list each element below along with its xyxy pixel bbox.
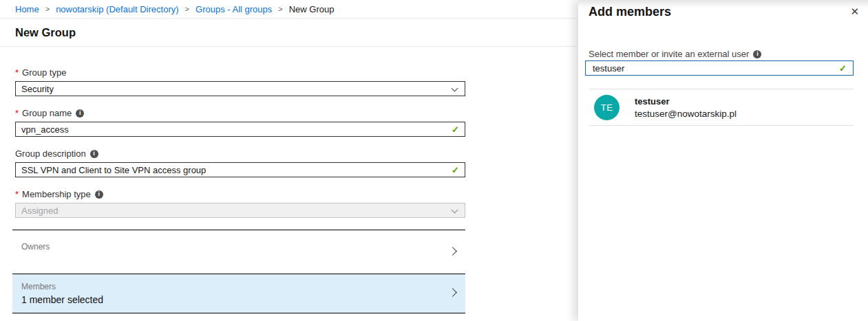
breadcrumb-separator-icon: >	[278, 5, 282, 13]
member-result-item[interactable]: TE testuser testuser@nowotarskip.pl	[589, 89, 854, 125]
breadcrumb-home[interactable]: Home	[15, 4, 39, 14]
close-icon[interactable]: ✕	[847, 5, 862, 18]
group-description-field: Group description i ✓	[15, 148, 465, 177]
breadcrumb-separator-icon: >	[185, 5, 189, 13]
new-group-form: * Group type Security * Group name i ✓ G…	[15, 47, 465, 313]
group-type-label: * Group type	[15, 67, 465, 78]
breadcrumb-groups[interactable]: Groups - All groups	[195, 4, 272, 14]
group-name-label: * Group name i	[15, 108, 465, 118]
panel-title: Add members	[589, 5, 671, 19]
required-asterisk: *	[15, 189, 19, 199]
valid-check-icon: ✓	[839, 63, 847, 74]
breadcrumb-directory[interactable]: nowotarskip (Default Directory)	[56, 4, 178, 14]
group-name-input[interactable]	[21, 122, 447, 136]
membership-sections: Owners Members 1 member selected	[12, 230, 465, 313]
membership-type-label-text: Membership type	[22, 189, 91, 199]
membership-type-field: * Membership type i Assigned	[15, 189, 465, 218]
breadcrumb-separator-icon: >	[45, 5, 50, 13]
group-type-select[interactable]: Security	[15, 81, 465, 96]
members-row[interactable]: Members 1 member selected	[12, 274, 465, 313]
panel-header: Add members ✕	[578, 0, 868, 19]
member-search-label-text: Select member or invite an external user	[589, 49, 749, 59]
group-description-input[interactable]	[21, 163, 447, 177]
group-description-label: Group description i	[15, 148, 465, 159]
members-label: Members	[21, 282, 445, 291]
info-icon[interactable]: i	[95, 190, 103, 199]
title-bar: New Group	[0, 19, 577, 47]
group-name-field: * Group name i ✓	[15, 108, 465, 137]
group-name-control: ✓	[15, 122, 465, 137]
add-members-panel: Add members ✕ Select member or invite an…	[578, 0, 868, 321]
group-description-control: ✓	[15, 162, 465, 177]
main-content: Home > nowotarskip (Default Directory) >…	[0, 0, 577, 321]
membership-type-label: * Membership type i	[15, 189, 465, 199]
valid-check-icon: ✓	[452, 165, 459, 175]
breadcrumb-current: New Group	[289, 4, 335, 14]
chevron-right-icon	[448, 247, 457, 256]
member-email: testuser@nowotarskip.pl	[635, 109, 737, 119]
member-search-label: Select member or invite an external user…	[589, 49, 761, 59]
required-asterisk: *	[15, 67, 19, 78]
group-description-label-text: Group description	[15, 148, 86, 159]
owners-row[interactable]: Owners	[12, 230, 465, 274]
required-asterisk: *	[15, 108, 19, 118]
info-icon[interactable]: i	[753, 50, 761, 58]
avatar: TE	[594, 95, 620, 120]
membership-type-select: Assigned	[15, 203, 465, 218]
owners-label: Owners	[21, 242, 445, 252]
member-search-control: ✓	[585, 60, 854, 76]
chevron-down-icon	[452, 85, 458, 92]
membership-type-value: Assigned	[21, 206, 58, 216]
chevron-right-icon	[448, 288, 457, 297]
page-title: New Group	[15, 26, 76, 39]
members-selected-count: 1 member selected	[21, 294, 445, 305]
info-icon[interactable]: i	[90, 150, 98, 158]
breadcrumb: Home > nowotarskip (Default Directory) >…	[0, 0, 577, 19]
group-type-label-text: Group type	[22, 67, 66, 78]
valid-check-icon: ✓	[452, 124, 459, 135]
results-divider	[589, 125, 854, 126]
member-search-input[interactable]	[593, 61, 835, 75]
group-type-field: * Group type Security	[15, 67, 465, 96]
member-name: testuser	[635, 96, 737, 107]
chevron-down-icon	[452, 207, 458, 214]
group-type-value: Security	[21, 84, 54, 94]
member-result-text: testuser testuser@nowotarskip.pl	[635, 96, 737, 119]
group-name-label-text: Group name	[22, 108, 72, 118]
info-icon[interactable]: i	[76, 109, 84, 118]
